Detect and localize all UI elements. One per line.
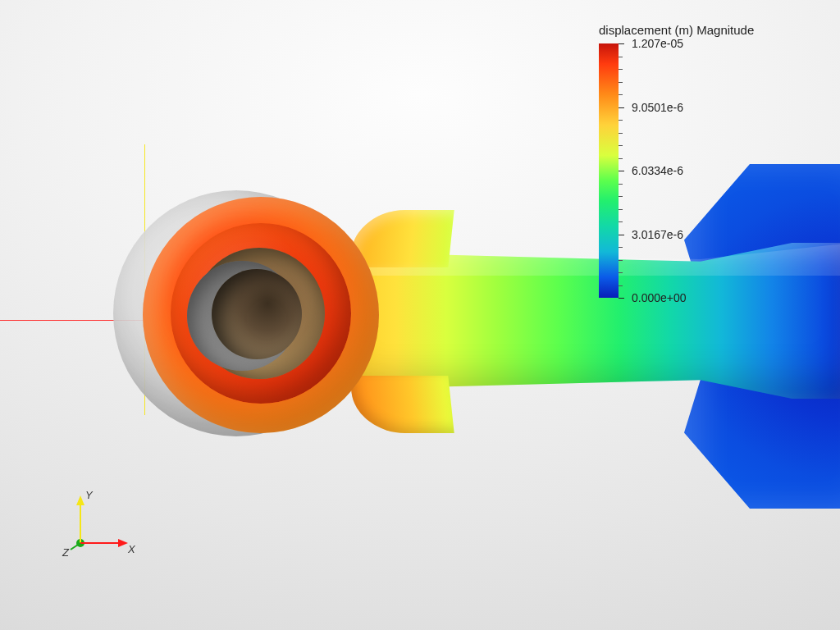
- axis-y-arrow-icon: [76, 495, 84, 505]
- legend-body: 1.207e-05 9.0501e-6 6.0334e-6 3.0167e-6 …: [599, 43, 755, 298]
- axis-y-label: Y: [85, 489, 94, 501]
- color-legend[interactable]: displacement (m) Magnitude 1.207e-05: [599, 23, 755, 298]
- legend-tick-q3: 9.0501e-6: [632, 101, 683, 114]
- part-fillet-bottom: [349, 376, 454, 433]
- legend-tick-q1: 3.0167e-6: [632, 228, 683, 241]
- orientation-triad[interactable]: Y X Z: [64, 487, 136, 559]
- axis-x-label: X: [127, 543, 136, 555]
- part-bore: [212, 269, 302, 359]
- legend-ticks: [619, 43, 630, 298]
- part-fillet-top: [349, 210, 454, 267]
- legend-colorbar: [599, 43, 619, 298]
- render-viewport[interactable]: Y X Z displacement (m) Magnitude: [0, 0, 840, 630]
- legend-tick-max: 1.207e-05: [632, 37, 683, 50]
- legend-tick-min: 0.000e+00: [632, 291, 687, 304]
- legend-tick-mid: 6.0334e-6: [632, 164, 683, 177]
- axis-x-arrow-icon: [118, 539, 128, 547]
- legend-title: displacement (m) Magnitude: [599, 23, 755, 37]
- axis-z-label: Z: [62, 546, 70, 559]
